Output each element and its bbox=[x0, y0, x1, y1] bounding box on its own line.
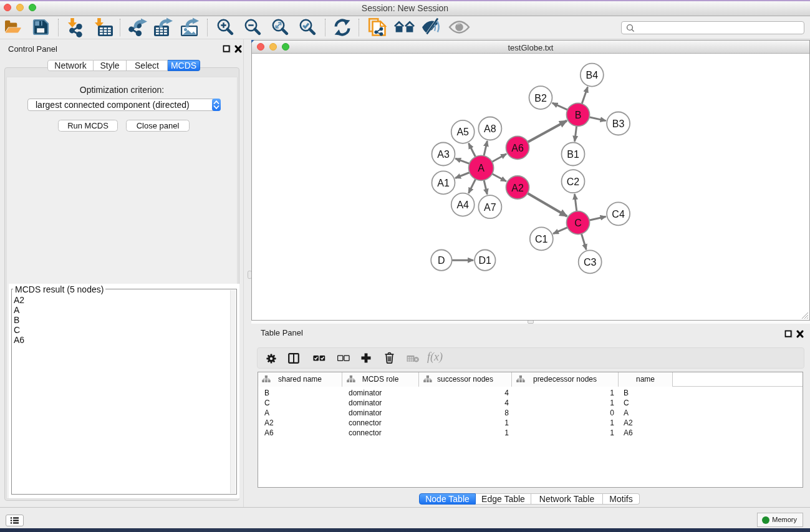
svg-text:B4: B4 bbox=[586, 70, 599, 80]
svg-text:A8: A8 bbox=[484, 123, 496, 134]
svg-text:D1: D1 bbox=[479, 255, 492, 266]
svg-text:B1: B1 bbox=[567, 149, 579, 160]
svg-text:C3: C3 bbox=[584, 257, 597, 268]
svg-text:C: C bbox=[574, 218, 582, 228]
svg-text:B2: B2 bbox=[534, 93, 547, 104]
svg-text:A7: A7 bbox=[484, 202, 496, 213]
svg-text:A: A bbox=[478, 163, 485, 173]
svg-text:B3: B3 bbox=[612, 118, 625, 129]
svg-text:C1: C1 bbox=[535, 234, 548, 244]
svg-text:A2: A2 bbox=[511, 183, 524, 193]
svg-text:B: B bbox=[575, 110, 582, 120]
svg-text:A6: A6 bbox=[511, 143, 524, 153]
svg-text:C2: C2 bbox=[567, 177, 580, 187]
svg-text:D: D bbox=[438, 255, 445, 266]
svg-text:A3: A3 bbox=[437, 149, 450, 160]
svg-text:C4: C4 bbox=[612, 209, 625, 220]
svg-text:A4: A4 bbox=[456, 200, 469, 210]
svg-text:A5: A5 bbox=[456, 127, 469, 137]
svg-text:A1: A1 bbox=[437, 178, 450, 188]
